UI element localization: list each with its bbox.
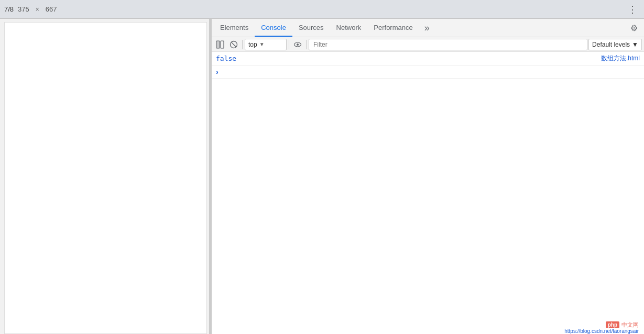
live-expressions-button[interactable] (291, 38, 304, 51)
log-levels-dropdown[interactable]: Default levels ▼ (588, 39, 642, 50)
watermark: php 中文网 (606, 321, 639, 329)
context-value: top (248, 41, 257, 48)
levels-arrow: ▼ (632, 41, 638, 48)
console-entry-false: false 数组方法.html (212, 52, 644, 66)
devtools-panel: Elements Console Sources Network Perform… (212, 19, 644, 334)
console-source-link[interactable]: 数组方法.html (601, 54, 640, 63)
tab-network[interactable]: Network (330, 19, 368, 37)
kebab-menu-button[interactable]: ⋮ (626, 4, 640, 15)
watermark-url: https://blog.csdn.net/laorangsair (564, 328, 639, 334)
tab-height: 667 (46, 5, 57, 13)
console-chevron-icon[interactable]: › (216, 68, 219, 76)
toolbar-divider-1 (242, 40, 243, 49)
more-tabs-button[interactable]: » (421, 23, 433, 34)
webpage-content (4, 22, 207, 334)
tab-elements[interactable]: Elements (214, 19, 255, 37)
svg-point-6 (297, 44, 299, 46)
watermark-badge: php (606, 321, 619, 328)
context-selector[interactable]: top ▼ (245, 39, 287, 50)
webpage-panel (0, 19, 212, 334)
main-area: Elements Console Sources Network Perform… (0, 19, 644, 334)
toolbar-divider-3 (306, 40, 307, 49)
sidebar-icon (216, 40, 224, 49)
console-sidebar-toggle[interactable] (214, 38, 226, 51)
console-output: false 数组方法.html › php 中文网 https://blog.c… (212, 52, 644, 334)
tab-fraction: 7/8 (4, 5, 14, 13)
svg-line-4 (231, 42, 236, 47)
tab-close-button[interactable]: × (34, 5, 41, 14)
devtools-settings-button[interactable]: ⚙ (626, 23, 642, 33)
clear-icon (230, 40, 238, 49)
levels-label: Default levels (592, 41, 630, 48)
console-value-false: false (216, 55, 236, 62)
filter-input[interactable] (311, 41, 585, 48)
browser-topbar: 7/8 375 × 667 ⋮ (0, 0, 644, 19)
clear-console-button[interactable] (227, 38, 240, 51)
watermark-text: 中文网 (621, 321, 639, 329)
console-prompt-line: › (212, 66, 644, 79)
svg-rect-1 (221, 41, 224, 48)
resize-handle[interactable] (209, 19, 211, 334)
tab-console[interactable]: Console (255, 19, 292, 37)
tab-performance[interactable]: Performance (367, 19, 419, 37)
context-arrow: ▼ (259, 41, 265, 47)
tab-sources[interactable]: Sources (292, 19, 330, 37)
tab-width: 375 (18, 5, 29, 13)
toolbar-divider-2 (289, 40, 289, 49)
eye-icon (293, 40, 302, 49)
console-toolbar: top ▼ Default levels ▼ (212, 37, 644, 52)
devtools-tab-bar: Elements Console Sources Network Perform… (212, 19, 644, 37)
filter-box (309, 39, 587, 50)
